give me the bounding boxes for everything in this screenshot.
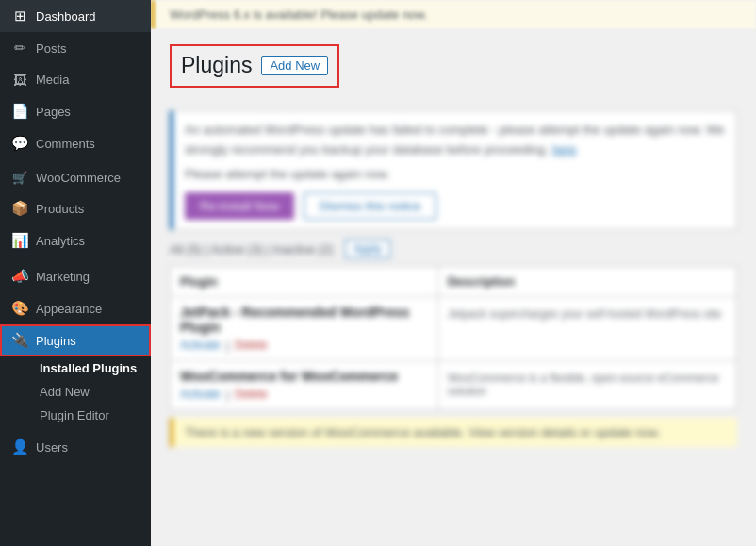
plugin2-name: WooCommerce for WooCommerce	[180, 369, 428, 384]
submenu-add-new[interactable]: Add New	[11, 380, 151, 404]
sidebar-item-label: Comments	[36, 137, 95, 151]
sidebar-item-appearance[interactable]: 🎨 Appearance	[0, 292, 151, 324]
submenu-plugin-editor[interactable]: Plugin Editor	[11, 404, 151, 427]
sidebar-item-dashboard[interactable]: ⊞ Dashboard	[0, 0, 151, 32]
users-icon: 👤	[11, 438, 28, 455]
sidebar-item-media[interactable]: 🖼 Media	[0, 64, 151, 95]
update-now-button[interactable]: Re-install Now	[185, 192, 294, 220]
table-row: WooCommerce for WooCommerce Activate | D…	[171, 361, 737, 410]
table-row: JetPack - Recommended WordPress Plugin A…	[171, 297, 737, 361]
top-notification: WordPress 6.x is available! Please updat…	[151, 0, 756, 29]
sidebar-item-marketing[interactable]: 📣 Marketing	[0, 260, 151, 292]
sidebar-item-label: Marketing	[36, 270, 90, 284]
main-content: WordPress 6.x is available! Please updat…	[151, 0, 756, 546]
products-icon: 📦	[11, 200, 28, 217]
update-notice: An automated WordPress update has failed…	[170, 110, 737, 230]
plugin1-name: JetPack - Recommended WordPress Plugin	[180, 305, 428, 335]
sidebar-item-comments[interactable]: 💬 Comments	[0, 127, 151, 159]
sidebar-item-posts[interactable]: ✏ Posts	[0, 32, 151, 64]
page-title: Plugins	[181, 52, 252, 80]
yellow-notice-text: There is a new version of WooCommerce av…	[185, 425, 661, 439]
plugin1-desc-cell: Jetpack supercharges your self-hosted Wo…	[437, 297, 736, 361]
add-new-button[interactable]: Add New	[261, 56, 328, 75]
sidebar-item-label: Products	[36, 202, 84, 216]
dashboard-icon: ⊞	[11, 8, 28, 25]
plugins-icon: 🔌	[11, 332, 28, 349]
sidebar-item-label: Media	[36, 73, 69, 87]
page-header: Plugins Add New	[151, 29, 756, 99]
dismiss-update-button[interactable]: Dismiss this notice	[304, 192, 437, 220]
sidebar-item-label: Plugins	[36, 334, 76, 348]
notice-link: here	[552, 142, 577, 157]
plugin1-actions: Activate | Delete	[180, 339, 428, 353]
col-plugin-header: Plugin	[171, 267, 438, 297]
sidebar-item-label: WooCommerce	[36, 171, 121, 185]
yellow-notice: There is a new version of WooCommerce av…	[170, 418, 737, 447]
marketing-icon: 📣	[11, 268, 28, 285]
update-buttons: Re-install Now Dismiss this notice	[185, 192, 725, 220]
sidebar-item-products[interactable]: 📦 Products	[0, 192, 151, 224]
sidebar-item-label: Posts	[36, 41, 67, 56]
pages-icon: 📄	[11, 103, 28, 120]
plugin1-activate[interactable]: Activate	[180, 339, 221, 353]
plugins-table: Plugin Description JetPack - Recommended…	[170, 266, 737, 410]
content-area: Plugins Add New An automated WordPress u…	[151, 29, 756, 546]
plugin2-delete[interactable]: Delete	[235, 388, 268, 402]
notice-text-1: An automated WordPress update has failed…	[185, 121, 725, 160]
posts-icon: ✏	[11, 40, 28, 57]
sidebar-item-pages[interactable]: 📄 Pages	[0, 95, 151, 127]
media-icon: 🖼	[11, 72, 28, 88]
page-title-box: Plugins Add New	[170, 44, 339, 88]
plugin1-delete[interactable]: Delete	[235, 339, 268, 353]
sidebar-item-label: Pages	[36, 105, 71, 119]
plugins-filter-row: All (5) | Active (3) | Inactive (2) Appl…	[170, 240, 737, 258]
sidebar-item-woocommerce[interactable]: 🛒 WooCommerce	[0, 163, 151, 192]
plugin2-cell: WooCommerce for WooCommerce Activate | D…	[171, 361, 438, 410]
sidebar-item-label: Users	[36, 440, 68, 455]
comments-icon: 💬	[11, 135, 28, 152]
notice-section: An automated WordPress update has failed…	[151, 99, 756, 458]
plugin2-desc-cell: WooCommerce is a flexible, open-source e…	[437, 361, 736, 410]
notice-text-2: Please attempt the update again now.	[185, 165, 725, 185]
plugins-submenu: Installed Plugins Add New Plugin Editor	[0, 356, 151, 427]
sidebar-item-label: Analytics	[36, 234, 85, 248]
plugin1-desc: Jetpack supercharges your self-hosted Wo…	[448, 307, 727, 321]
appearance-icon: 🎨	[11, 300, 28, 317]
sidebar-item-label: Dashboard	[36, 9, 96, 24]
plugin2-desc: WooCommerce is a flexible, open-source e…	[448, 372, 727, 398]
sidebar-item-label: Appearance	[36, 302, 102, 316]
plugin1-cell: JetPack - Recommended WordPress Plugin A…	[171, 297, 438, 361]
plugin2-activate[interactable]: Activate	[180, 388, 221, 402]
sidebar: ⊞ Dashboard ✏ Posts 🖼 Media 📄 Pages 💬 Co…	[0, 0, 151, 546]
sidebar-item-analytics[interactable]: 📊 Analytics	[0, 224, 151, 256]
plugin2-actions: Activate | Delete	[180, 388, 428, 402]
notification-text: WordPress 6.x is available! Please updat…	[170, 8, 428, 22]
col-description-header: Description	[437, 267, 736, 297]
filter-button[interactable]: Apply	[345, 240, 390, 258]
plugins-count: All (5) | Active (3) | Inactive (2)	[170, 242, 334, 256]
sidebar-item-users[interactable]: 👤 Users	[0, 431, 151, 463]
analytics-icon: 📊	[11, 232, 28, 249]
submenu-installed-plugins[interactable]: Installed Plugins	[11, 356, 151, 380]
woocommerce-icon: 🛒	[11, 171, 28, 185]
sidebar-item-plugins[interactable]: 🔌 Plugins	[0, 324, 151, 356]
